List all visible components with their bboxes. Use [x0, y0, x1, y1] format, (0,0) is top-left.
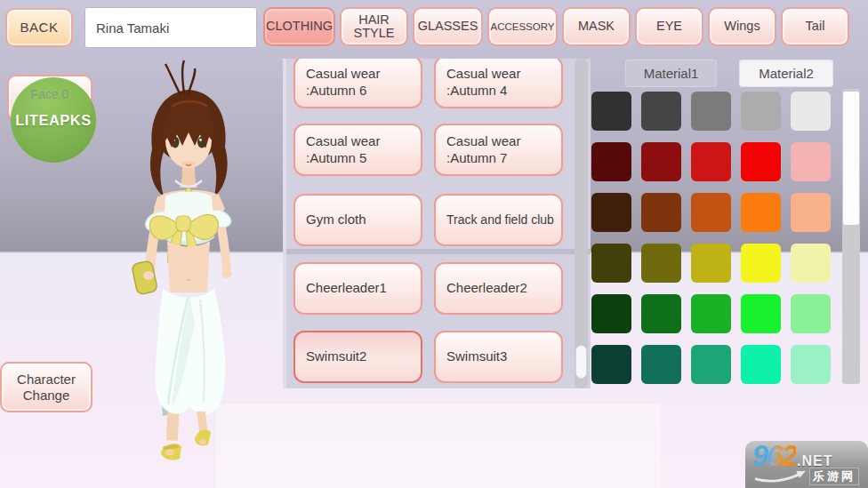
color-swatch-r2-c3[interactable]: [691, 142, 731, 181]
color-swatch-r6-c3[interactable]: [691, 345, 731, 384]
color-swatch-r2-c2[interactable]: [641, 142, 681, 181]
material1-tab[interactable]: Material1: [625, 60, 717, 87]
color-swatch-r6-c2[interactable]: [641, 345, 681, 384]
tab-tail[interactable]: Tail: [781, 7, 849, 46]
palette-scrollbar-thumb[interactable]: [843, 92, 859, 225]
character-change-button[interactable]: Character Change: [0, 362, 92, 412]
watermark-net: .NET: [797, 453, 832, 469]
color-palette: [591, 92, 831, 384]
list-separator: [286, 249, 591, 254]
material2-tab[interactable]: Material2: [739, 60, 833, 87]
clothing-item-track-and-field-club[interactable]: Track and field club: [434, 194, 563, 246]
color-swatch-r6-c5[interactable]: [791, 345, 831, 384]
color-swatch-r1-c4[interactable]: [741, 92, 781, 131]
clothing-item-swimsuit3[interactable]: Swimsuit3: [434, 331, 563, 383]
color-swatch-r3-c3[interactable]: [691, 193, 731, 232]
color-swatch-r5-c4[interactable]: [741, 294, 781, 333]
color-swatch-r3-c5[interactable]: [791, 193, 831, 232]
watermark-number: 962: [752, 443, 796, 469]
back-button[interactable]: BACK: [5, 8, 73, 47]
color-swatch-r4-c3[interactable]: [691, 244, 731, 283]
face-button-label: Face 0: [31, 87, 69, 101]
tab-accessory[interactable]: ACCESSORY: [487, 7, 558, 46]
color-swatch-r1-c5[interactable]: [791, 92, 831, 131]
character-midriff: [167, 241, 210, 292]
tab-mask[interactable]: MASK: [562, 7, 631, 46]
tab-glasses[interactable]: GLASSES: [413, 7, 483, 46]
category-tabs: CLOTHINGHAIR STYLEGLASSESACCESSORYMASKEY…: [263, 7, 849, 46]
swoosh-arrow-icon: [752, 470, 808, 483]
clothing-item-cheerleader2[interactable]: Cheerleader2: [434, 262, 563, 315]
color-swatch-r6-c1[interactable]: [591, 345, 631, 384]
color-swatch-r5-c2[interactable]: [641, 294, 681, 333]
color-swatch-r3-c2[interactable]: [641, 193, 681, 232]
clothing-item-casual-wear-autumn-7[interactable]: Casual wear :Autumn 7: [434, 124, 563, 176]
clothing-item-gym-cloth[interactable]: Gym cloth: [293, 194, 422, 246]
clothing-item-cheerleader1[interactable]: Cheerleader1: [293, 262, 422, 315]
color-swatch-r1-c2[interactable]: [641, 92, 681, 131]
color-swatch-r4-c4[interactable]: [741, 244, 781, 283]
color-swatch-r5-c1[interactable]: [591, 294, 631, 333]
clothing-item-casual-wear-autumn-5[interactable]: Casual wear :Autumn 5: [293, 124, 422, 176]
tab-wings[interactable]: Wings: [708, 7, 776, 46]
color-swatch-r3-c4[interactable]: [741, 193, 781, 232]
character-skirt: [156, 289, 226, 441]
palette-scrollbar[interactable]: [842, 89, 860, 384]
screen: BACK CLOTHINGHAIR STYLEGLASSESACCESSORYM…: [0, 0, 868, 488]
color-swatch-r1-c1[interactable]: [591, 92, 631, 131]
color-swatch-r4-c5[interactable]: [791, 244, 831, 283]
tab-clothing[interactable]: CLOTHING: [263, 7, 335, 46]
962net-watermark: 962 .NET 乐游网: [745, 441, 868, 488]
watermark-title-row: 962 .NET: [752, 443, 863, 469]
color-swatch-r2-c1[interactable]: [591, 142, 631, 181]
clothing-item-casual-wear-autumn-4[interactable]: Casual wear :Autumn 4: [434, 59, 563, 108]
tab-eye[interactable]: EYE: [635, 7, 703, 46]
clothing-scrollbar[interactable]: [575, 59, 588, 388]
color-swatch-r3-c1[interactable]: [591, 193, 631, 232]
color-swatch-r2-c5[interactable]: [791, 142, 831, 181]
watermark-sub-row: 乐游网: [752, 468, 863, 485]
clothing-item-casual-wear-autumn-6[interactable]: Casual wear :Autumn 6: [293, 59, 422, 108]
color-swatch-r4-c1[interactable]: [591, 244, 631, 283]
clothing-scrollbar-thumb[interactable]: [575, 345, 587, 379]
clothing-item-swimsuit2[interactable]: Swimsuit2: [293, 331, 422, 383]
floor-highlight: [216, 404, 661, 488]
clothing-list: Casual wear :Autumn 6Casual wear :Autumn…: [283, 59, 591, 388]
color-swatch-r6-c4[interactable]: [741, 345, 781, 384]
watermark-cn-label: 乐游网: [809, 468, 859, 485]
color-swatch-r5-c3[interactable]: [691, 294, 731, 333]
color-swatch-r5-c5[interactable]: [791, 294, 831, 333]
color-swatch-r2-c4[interactable]: [741, 142, 781, 181]
tab-hair-style[interactable]: HAIR STYLE: [340, 7, 408, 46]
character-name-input[interactable]: [84, 7, 257, 48]
character-model: [118, 56, 264, 469]
color-swatch-r1-c3[interactable]: [691, 92, 731, 131]
color-swatch-r4-c2[interactable]: [641, 244, 681, 283]
